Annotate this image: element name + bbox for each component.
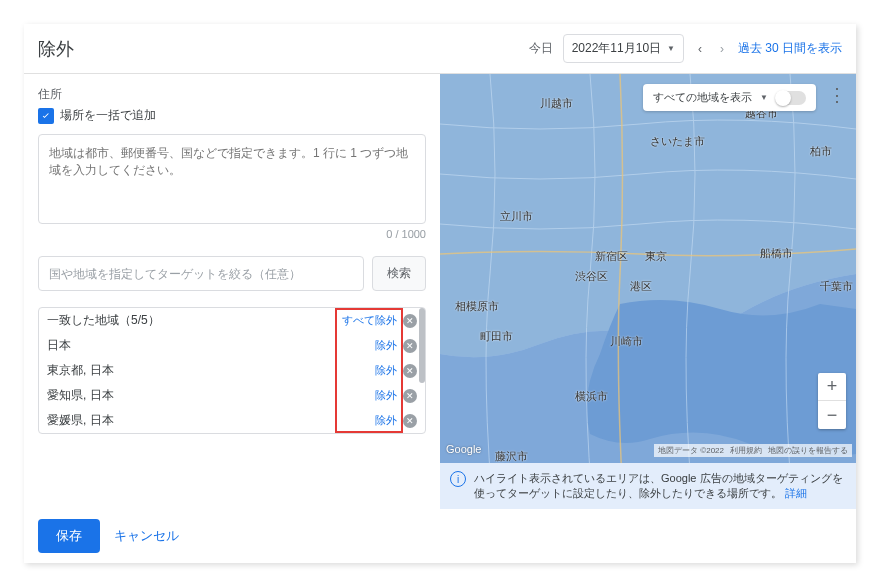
- close-icon[interactable]: ✕: [403, 389, 417, 403]
- map-layer-label: すべての地域を表示: [653, 90, 752, 105]
- city-label: 藤沢市: [495, 449, 528, 464]
- close-icon[interactable]: ✕: [403, 314, 417, 328]
- city-label: 川越市: [540, 96, 573, 111]
- exclude-link[interactable]: 除外: [375, 338, 397, 353]
- zoom-in-button[interactable]: +: [818, 373, 846, 401]
- country-filter-input[interactable]: [38, 256, 364, 291]
- date-picker[interactable]: 2022年11月10日 ▼: [563, 34, 684, 63]
- chevron-down-icon: ▼: [760, 93, 768, 102]
- close-icon[interactable]: ✕: [403, 414, 417, 428]
- char-counter: 0 / 1000: [38, 228, 426, 240]
- cancel-button[interactable]: キャンセル: [114, 527, 179, 545]
- address-section-label: 住所: [38, 86, 426, 103]
- date-value: 2022年11月10日: [572, 40, 661, 57]
- city-label: 千葉市: [820, 279, 853, 294]
- city-label: 港区: [630, 279, 652, 294]
- city-label: 船橋市: [760, 246, 793, 261]
- result-label: 愛知県, 日本: [47, 387, 375, 404]
- result-label: 日本: [47, 337, 375, 354]
- result-row: 日本 除外 ✕: [39, 333, 425, 358]
- map-menu-icon[interactable]: ⋮: [828, 84, 846, 106]
- prev-button[interactable]: ‹: [694, 42, 706, 56]
- today-label: 今日: [529, 40, 553, 57]
- zoom-out-button[interactable]: −: [818, 401, 846, 429]
- google-logo: Google: [446, 443, 481, 455]
- map-info-bar: i ハイライト表示されているエリアは、Google 広告の地域ターゲティングを使…: [440, 463, 856, 509]
- city-label: 立川市: [500, 209, 533, 224]
- results-header: 一致した地域（5/5）: [47, 312, 342, 329]
- city-label: 横浜市: [575, 389, 608, 404]
- exclude-all-link[interactable]: すべて除外: [342, 313, 397, 328]
- city-label: 柏市: [810, 144, 832, 159]
- city-label: 新宿区: [595, 249, 628, 264]
- scrollbar[interactable]: [419, 308, 425, 383]
- map-attribution: 地図データ ©2022 利用規約 地図の誤りを報告する: [654, 444, 852, 457]
- exclude-link[interactable]: 除外: [375, 413, 397, 428]
- results-list: 一致した地域（5/5） すべて除外 ✕ 日本 除外 ✕ 東京都, 日本 除外 ✕…: [38, 307, 426, 434]
- city-label: 町田市: [480, 329, 513, 344]
- result-row: 愛媛県, 日本 除外 ✕: [39, 408, 425, 433]
- save-button[interactable]: 保存: [38, 519, 100, 553]
- show-30-days-link[interactable]: 過去 30 日間を表示: [738, 40, 842, 57]
- info-details-link[interactable]: 詳細: [785, 487, 807, 499]
- map[interactable]: 川越市 さいたま市 越谷市 柏市 立川市 新宿区 東京 港区 船橋市 千葉市 渋…: [440, 74, 856, 509]
- map-layer-dropdown[interactable]: すべての地域を表示 ▼: [643, 84, 816, 111]
- bulk-add-checkbox[interactable]: [38, 108, 54, 124]
- search-button[interactable]: 検索: [372, 256, 426, 291]
- city-label: 渋谷区: [575, 269, 608, 284]
- result-label: 東京都, 日本: [47, 362, 375, 379]
- close-icon[interactable]: ✕: [403, 364, 417, 378]
- page-title: 除外: [38, 37, 529, 61]
- result-row: 愛知県, 日本 除外 ✕: [39, 383, 425, 408]
- city-label: 東京: [645, 249, 667, 264]
- exclude-link[interactable]: 除外: [375, 363, 397, 378]
- city-label: さいたま市: [650, 134, 705, 149]
- chevron-down-icon: ▼: [667, 44, 675, 53]
- exclude-link[interactable]: 除外: [375, 388, 397, 403]
- map-toggle[interactable]: [776, 91, 806, 105]
- city-label: 相模原市: [455, 299, 499, 314]
- close-icon[interactable]: ✕: [403, 339, 417, 353]
- city-label: 川崎市: [610, 334, 643, 349]
- info-icon: i: [450, 471, 466, 487]
- result-row: 東京都, 日本 除外 ✕: [39, 358, 425, 383]
- bulk-add-label: 場所を一括で追加: [60, 107, 156, 124]
- locations-textarea[interactable]: [38, 134, 426, 224]
- result-label: 愛媛県, 日本: [47, 412, 375, 429]
- next-button[interactable]: ›: [716, 42, 728, 56]
